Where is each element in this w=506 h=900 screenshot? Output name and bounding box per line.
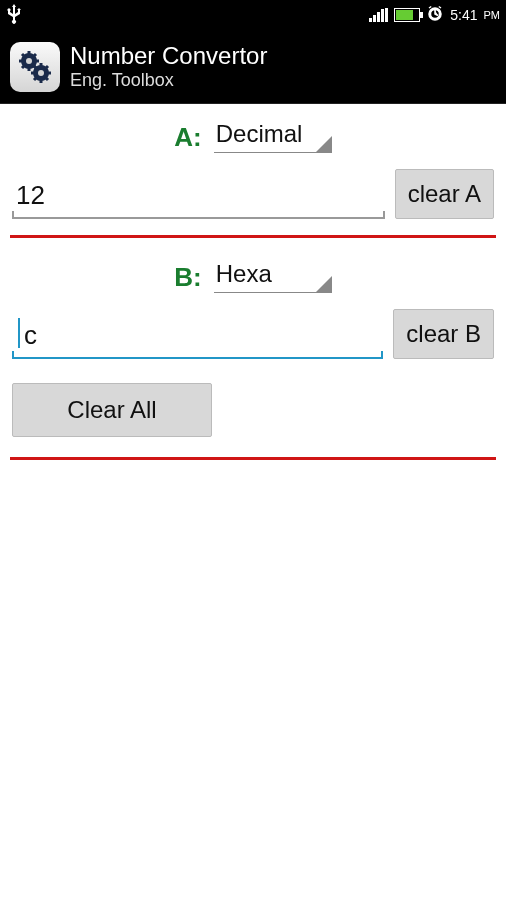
- divider: [10, 457, 496, 460]
- type-b-value: Hexa: [216, 260, 272, 287]
- type-b-spinner[interactable]: Hexa: [214, 260, 332, 293]
- svg-point-3: [38, 70, 44, 76]
- label-b: B:: [174, 262, 201, 293]
- clear-all-button[interactable]: Clear All: [12, 383, 212, 437]
- alarm-icon: [426, 5, 444, 26]
- app-icon: [10, 42, 60, 92]
- app-bar: Number Convertor Eng. Toolbox: [0, 30, 506, 104]
- input-b[interactable]: [12, 312, 383, 359]
- label-a: A:: [174, 122, 201, 153]
- app-title: Number Convertor: [70, 42, 267, 70]
- clear-b-button[interactable]: clear B: [393, 309, 494, 359]
- signal-icon: [369, 8, 388, 22]
- divider: [10, 235, 496, 238]
- type-a-spinner[interactable]: Decimal: [214, 120, 332, 153]
- type-a-value: Decimal: [216, 120, 303, 147]
- status-bar: 5:41 PM: [0, 0, 506, 30]
- input-a[interactable]: [12, 172, 385, 219]
- usb-icon: [6, 4, 22, 27]
- content: A: Decimal clear A B: Hexa clear B Clear…: [0, 104, 506, 460]
- status-ampm: PM: [484, 9, 501, 21]
- svg-point-2: [26, 58, 32, 64]
- status-time: 5:41: [450, 7, 477, 23]
- battery-icon: [394, 8, 420, 22]
- app-subtitle: Eng. Toolbox: [70, 70, 267, 91]
- clear-a-button[interactable]: clear A: [395, 169, 494, 219]
